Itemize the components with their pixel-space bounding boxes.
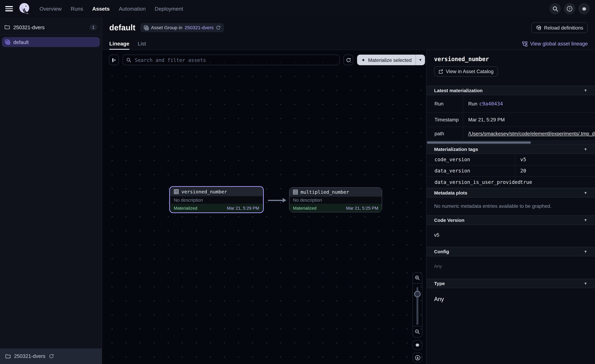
section-config[interactable]: Config ▼ — [426, 247, 595, 256]
timestamp-value: Mar 21, 5:29 PM — [468, 117, 505, 122]
materialize-selected-label: Materialize selected — [368, 57, 412, 63]
sidebar-item-default[interactable]: default — [2, 37, 100, 47]
tag-value: 20 — [515, 165, 595, 176]
section-type[interactable]: Type ▼ — [426, 279, 595, 288]
refresh-icon[interactable] — [49, 354, 54, 359]
zoom-in-button[interactable] — [413, 273, 422, 284]
materialize-selected-button[interactable]: ✦ Materialize selected ▼ — [357, 55, 425, 65]
path-link[interactable]: /Users/smackesey/stm/code/elementl/exper… — [468, 131, 595, 136]
node-title: versioned_number — [181, 189, 227, 195]
reload-definitions-button[interactable]: Reload definitions — [531, 22, 588, 33]
lineage-edge — [268, 200, 286, 201]
run-prefix: Run — [468, 101, 477, 106]
asset-node-versioned-number[interactable]: versioned_number No description Material… — [169, 186, 264, 213]
nav-overview[interactable]: Overview — [39, 6, 62, 12]
tag-value: true — [515, 177, 595, 188]
graph-settings-button[interactable] — [412, 340, 422, 350]
config-value: Any — [426, 256, 595, 279]
section-label: Config — [434, 249, 449, 254]
page-header: default Asset Group in 250321-dvers Relo… — [102, 17, 595, 38]
folder-icon — [5, 354, 11, 358]
zoom-in-icon — [415, 275, 420, 280]
asset-group-icon — [5, 39, 10, 45]
nav-deployment[interactable]: Deployment — [155, 6, 183, 12]
run-id-link[interactable]: c9a40434 — [479, 101, 503, 106]
table-icon — [174, 189, 179, 194]
nav-automation[interactable]: Automation — [119, 6, 146, 12]
graph-toolbar: ✦ Materialize selected ▼ — [109, 55, 425, 65]
external-link-icon — [438, 69, 443, 74]
type-value: Any — [426, 288, 595, 312]
sidebar-group-row[interactable]: 250321-dvers 1 — [0, 20, 102, 35]
refresh-graph-button[interactable] — [343, 55, 353, 65]
section-code-version[interactable]: Code Version ▼ — [426, 216, 595, 225]
panel-asset-title: versioned_number — [434, 56, 588, 63]
table-row: Run Run c9a40434 — [426, 95, 595, 113]
section-label: Metadata plots — [434, 190, 467, 196]
timestamp-key: Timestamp — [426, 113, 463, 127]
asset-search-box — [123, 55, 340, 65]
page-title: default — [109, 23, 135, 32]
sidebar-group-name: 250321-dvers — [13, 25, 45, 30]
tag-value: v5 — [515, 154, 595, 165]
table-row: data_version_is_user_provided true — [426, 177, 595, 188]
global-lineage-label: View global asset lineage — [530, 41, 588, 47]
horizontal-scrollbar — [426, 140, 595, 144]
search-icon[interactable] — [550, 3, 561, 14]
asset-groups-sidebar: 250321-dvers 1 default 250321-dvers — [0, 17, 102, 364]
chevron-down-icon[interactable]: ▼ — [584, 147, 587, 151]
lineage-graph-canvas[interactable]: ✦ Materialize selected ▼ — [102, 50, 426, 364]
refresh-icon — [346, 57, 351, 63]
scrollbar-thumb[interactable] — [427, 141, 531, 144]
hamburger-menu-icon[interactable] — [5, 6, 13, 11]
chevron-down-icon[interactable]: ▼ — [584, 218, 587, 222]
node-timestamp: Mar 21, 5:29 PM — [227, 206, 259, 210]
sidebar-footer[interactable]: 250321-dvers — [0, 349, 102, 364]
chevron-down-icon[interactable]: ▼ — [584, 281, 587, 286]
dagster-logo[interactable] — [18, 2, 31, 15]
search-input[interactable] — [134, 57, 336, 63]
chevron-down-icon[interactable]: ▼ — [584, 191, 587, 195]
node-status: Materialized — [293, 206, 316, 210]
top-nav: Overview Runs Assets Automation Deployme… — [0, 0, 595, 17]
table-row: Timestamp Mar 21, 5:29 PM — [426, 113, 595, 127]
gear-icon — [415, 343, 420, 348]
download-image-button[interactable] — [412, 353, 422, 363]
dagster-app: Overview Runs Assets Automation Deployme… — [0, 0, 595, 364]
section-metadata-plots[interactable]: Metadata plots ▼ — [426, 188, 595, 198]
node-timestamp: Mar 21, 5:25 PM — [346, 206, 378, 210]
materialize-dropdown-caret[interactable]: ▼ — [415, 55, 425, 65]
refresh-icon[interactable] — [216, 25, 220, 30]
sparkle-icon: ✦ — [361, 57, 365, 63]
table-row: code_version v5 — [426, 154, 595, 165]
path-key: path — [426, 127, 463, 140]
section-latest-materialization[interactable]: Latest materialization ▼ — [426, 86, 595, 95]
zoom-out-button[interactable] — [413, 326, 422, 337]
node-title: multiplied_number — [300, 189, 349, 195]
tag-key: data_version — [426, 165, 515, 176]
badge-group-link[interactable]: 250321-dvers — [185, 25, 214, 30]
reload-cube-icon — [536, 25, 541, 30]
zoom-slider-thumb[interactable] — [414, 291, 421, 297]
asset-group-badge: Asset Group in 250321-dvers — [140, 23, 224, 32]
lineage-graph-icon — [522, 41, 527, 46]
nav-runs[interactable]: Runs — [71, 6, 83, 12]
node-status: Materialized — [174, 206, 197, 210]
asset-details-panel: versioned_number View in Asset Catalog L… — [426, 50, 595, 364]
section-materialization-tags[interactable]: Materialization tags ▼ — [426, 145, 595, 154]
nav-assets[interactable]: Assets — [92, 6, 110, 12]
settings-gear-icon[interactable] — [578, 3, 590, 14]
tab-list[interactable]: List — [138, 38, 146, 50]
tab-lineage[interactable]: Lineage — [109, 38, 129, 50]
metadata-plots-empty-message: No numeric metadata entries available to… — [426, 198, 595, 216]
toggle-sidebar-panel-button[interactable] — [109, 55, 119, 65]
help-icon[interactable]: ? — [564, 3, 575, 14]
asset-node-multiplied-number[interactable]: multiplied_number No description Materia… — [289, 187, 382, 212]
table-icon — [293, 190, 298, 195]
view-in-asset-catalog-button[interactable]: View in Asset Catalog — [434, 66, 498, 77]
tag-key: code_version — [426, 154, 515, 165]
view-global-asset-lineage-link[interactable]: View global asset lineage — [522, 38, 588, 50]
chevron-down-icon[interactable]: ▼ — [584, 250, 587, 254]
panel-toggle-icon — [111, 57, 116, 63]
chevron-down-icon[interactable]: ▼ — [584, 88, 587, 93]
